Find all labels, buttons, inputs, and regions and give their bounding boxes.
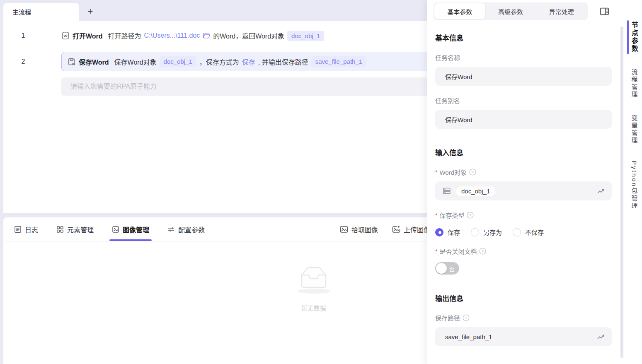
step-row-save-word-selected[interactable]: w 保存Word 保存Word对象 doc_obj_1 ，保存方式为 保存 , … [61, 52, 427, 71]
step-1-text: 打开路径为 [108, 31, 141, 41]
svg-text:w: w [72, 62, 75, 65]
capture-image-icon [340, 226, 348, 233]
task-alias-input[interactable]: 保存Word [435, 110, 612, 129]
step-1-path-link[interactable]: C:\Users...\111.doc [144, 32, 200, 39]
save-path-input[interactable]: save_file_path_1 [435, 327, 612, 346]
image-actions: 拾取图像 上传图像 [340, 217, 430, 241]
step-1-output-badge[interactable]: doc_obj_1 [287, 31, 324, 41]
tab-exception-handling[interactable]: 异常处理 [536, 3, 587, 19]
side-tab-variable-management-label: 变量管理 [631, 115, 637, 145]
radio-save[interactable]: 保存 [435, 228, 460, 236]
image-icon [112, 226, 119, 233]
radio-save-as[interactable]: 另存为 [471, 228, 502, 236]
node-parameter-panel: 基本参数 高级参数 异常处理 基本信息 任务名称 保存Word 任务别名 保存W… [427, 0, 626, 364]
tab-config-params-label: 配置参数 [178, 224, 205, 234]
word-object-input[interactable]: doc_obj_1 [435, 181, 612, 200]
tab-main-flow[interactable]: 主流程 [3, 3, 79, 21]
step-2-text2: ，保存方式为 [199, 57, 239, 67]
capture-image-label: 拾取图像 [351, 224, 378, 234]
collapse-panel-icon[interactable] [598, 5, 610, 17]
save-word-icon: w [68, 58, 76, 66]
help-icon[interactable]: ? [469, 169, 476, 176]
step-2-text: 保存Word对象 [114, 57, 157, 67]
tab-image-management-label: 图像管理 [123, 224, 149, 234]
folder-open-icon[interactable] [203, 32, 210, 39]
radio-save-as-label: 另存为 [483, 228, 502, 236]
sliders-icon [167, 226, 175, 233]
use-variable-icon[interactable] [596, 187, 605, 195]
add-flow-tab-button[interactable]: + [83, 4, 98, 19]
side-tab-node-params-label: 节点参数 [631, 22, 637, 53]
log-list-icon [14, 226, 22, 233]
toggle-knob [436, 263, 447, 274]
word-object-label: * Word对象 ? [435, 168, 612, 176]
step-2-text3: , 并输出保存路径 [258, 57, 308, 67]
help-icon[interactable]: ? [463, 314, 470, 321]
capture-image-button[interactable]: 拾取图像 [340, 224, 378, 234]
radio-no-save-label: 不保存 [525, 228, 544, 236]
section-input-info: 输入信息 [435, 147, 612, 157]
parameter-form: 基本信息 任务名称 保存Word 任务别名 保存Word 输入信息 * Word… [435, 24, 612, 364]
parameter-tabstrip: 基本参数 高级参数 异常处理 [434, 2, 588, 20]
section-basic-info: 基本信息 [435, 32, 612, 43]
upload-image-button[interactable]: 上传图像 [392, 224, 430, 234]
radio-no-save[interactable]: 不保存 [513, 228, 544, 236]
side-tab-python-package-management[interactable]: Python包管理 [626, 161, 642, 210]
step-2-docobj-badge[interactable]: doc_obj_1 [160, 56, 196, 67]
flow-tabstrip: 主流程 + [0, 0, 427, 21]
tab-image-management[interactable]: 图像管理 [110, 217, 151, 241]
section-output-info: 输出信息 [435, 293, 612, 303]
word-document-icon: W [61, 31, 70, 40]
task-name-input[interactable]: 保存Word [435, 67, 612, 86]
radio-save-label: 保存 [448, 228, 460, 236]
svg-text:?: ? [469, 213, 471, 217]
tab-logs[interactable]: 日志 [12, 217, 40, 241]
side-tab-python-package-management-label: Python包管理 [631, 161, 637, 210]
side-tab-variable-management[interactable]: 变量管理 [626, 115, 642, 145]
use-variable-icon[interactable] [596, 333, 605, 341]
step-row-open-word[interactable]: W 打开Word 打开路径为 C:\Users...\111.doc 的Word… [61, 27, 324, 45]
step-1-title: 打开Word [73, 31, 103, 41]
upload-image-label: 上传图像 [404, 224, 430, 234]
tab-logs-label: 日志 [25, 224, 38, 234]
required-asterisk: * [435, 248, 437, 255]
tab-config-params[interactable]: 配置参数 [166, 217, 206, 241]
radio-dot [435, 228, 443, 236]
close-doc-toggle[interactable]: 否 [435, 262, 459, 275]
variable-rows-icon [443, 187, 451, 195]
atom-search-input[interactable] [61, 77, 427, 96]
required-asterisk: * [435, 169, 437, 176]
step-2-savemode-link[interactable]: 保存 [242, 57, 255, 67]
help-icon[interactable]: ? [467, 212, 474, 219]
step-2-number: 2 [11, 52, 36, 71]
rpa-studio-window: 主流程 + 1 W 打开Word 打开路径为 C:\Users...\111.d… [0, 0, 642, 364]
radio-dot [471, 228, 479, 236]
step-1-text2: 的Word，返回Word对象 [213, 31, 284, 41]
save-path-value: save_file_path_1 [445, 333, 596, 340]
radio-dot [513, 228, 521, 236]
save-path-label: 保存路径 ? [435, 313, 612, 322]
help-icon[interactable]: ? [479, 248, 486, 255]
tab-element-management[interactable]: 元素管理 [55, 217, 95, 241]
close-doc-label: * 是否关闭文档 ? [435, 247, 612, 256]
side-tab-process-management[interactable]: 流程管理 [626, 69, 642, 99]
svg-text:?: ? [482, 249, 484, 253]
step-1-number: 1 [11, 27, 36, 45]
flow-canvas: 1 W 打开Word 打开路径为 C:\Users...\111.doc 的Wo… [3, 21, 427, 213]
tab-basic-params[interactable]: 基本参数 [434, 3, 485, 19]
grid-icon [56, 226, 64, 233]
side-tab-process-management-label: 流程管理 [631, 69, 637, 99]
side-tab-node-params[interactable]: 节点参数 [626, 22, 642, 53]
upload-image-icon [392, 226, 400, 233]
step-2-savepath-badge[interactable]: save_file_path_1 [311, 56, 366, 67]
tab-advanced-params[interactable]: 高级参数 [485, 3, 536, 19]
tab-element-management-label: 元素管理 [67, 224, 94, 234]
task-name-value: 保存Word [445, 72, 605, 81]
svg-text:?: ? [465, 316, 467, 320]
panel-scrollbar-thumb[interactable] [620, 27, 623, 358]
empty-state-text: 暂无数据 [301, 304, 326, 312]
task-alias-value: 保存Word [445, 115, 605, 124]
gutter-divider [54, 21, 54, 213]
tab-main-flow-label: 主流程 [12, 7, 31, 16]
word-object-tag[interactable]: doc_obj_1 [456, 186, 495, 196]
